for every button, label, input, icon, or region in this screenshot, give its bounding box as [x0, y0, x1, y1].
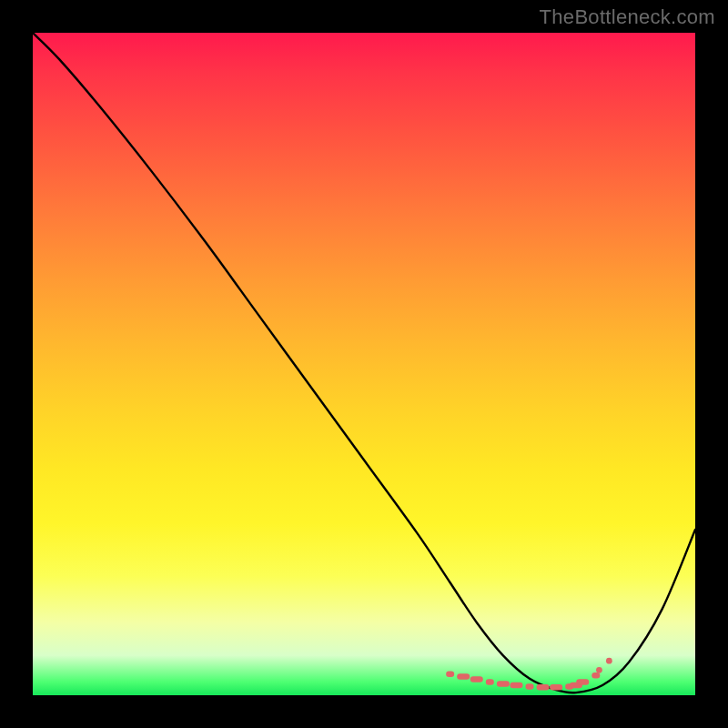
optimal-marker — [510, 682, 522, 689]
plot-area — [33, 33, 695, 695]
chart-svg — [33, 33, 695, 695]
optimal-marker — [457, 673, 470, 680]
optimal-marker — [526, 683, 534, 690]
optimal-marker — [497, 681, 510, 687]
chart-frame: TheBottleneck.com — [0, 0, 728, 728]
optimal-marker-dot — [606, 658, 612, 664]
optimal-marker — [486, 679, 494, 685]
optimal-marker — [592, 672, 600, 679]
optimal-marker — [537, 684, 550, 691]
bottleneck-curve-path — [33, 33, 695, 693]
optimal-marker — [576, 679, 589, 685]
optimal-marker-dot — [596, 667, 602, 673]
optimal-marker — [470, 676, 483, 682]
optimal-marker — [550, 684, 562, 691]
optimal-marker — [446, 671, 454, 677]
optimal-range-markers-group — [446, 658, 612, 691]
watermark-text: TheBottleneck.com — [540, 5, 715, 29]
